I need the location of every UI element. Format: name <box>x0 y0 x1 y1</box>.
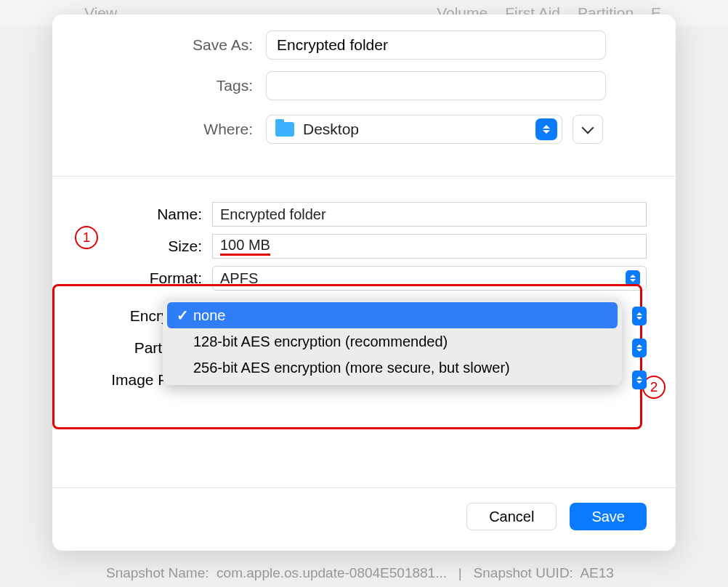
encryption-menu[interactable]: ✓ none 128-bit AES encryption (recommend… <box>163 298 622 385</box>
chevron-down-icon <box>582 121 594 134</box>
name-input[interactable]: Encrypted folder <box>212 202 647 227</box>
select-stepper-icon <box>632 371 647 389</box>
select-stepper-icon <box>535 118 557 140</box>
save-as-label: Save As: <box>96 36 266 54</box>
format-label: Format: <box>81 270 212 287</box>
menu-item-256aes[interactable]: 256-bit AES encryption (more secure, but… <box>167 355 618 381</box>
save-button[interactable]: Save <box>570 503 647 530</box>
folder-icon <box>275 122 294 137</box>
name-label: Name: <box>81 206 212 223</box>
where-select[interactable]: Desktop <box>266 115 562 144</box>
cancel-button[interactable]: Cancel <box>466 503 557 530</box>
expand-button[interactable] <box>573 115 603 144</box>
annotation-1: 1 <box>75 226 98 249</box>
tags-input[interactable] <box>266 71 606 100</box>
format-select[interactable]: APFS <box>212 266 647 291</box>
tags-label: Tags: <box>96 77 266 94</box>
save-as-input[interactable]: Encrypted folder <box>266 31 606 60</box>
size-label: Size: <box>81 238 212 255</box>
select-stepper-icon <box>632 307 647 325</box>
checkmark-icon: ✓ <box>174 307 190 324</box>
select-stepper-icon <box>626 270 640 286</box>
background-snapshot-bar: Snapshot Name: com.apple.os.update-0804E… <box>106 565 728 581</box>
size-input[interactable]: 100 MB <box>212 234 647 259</box>
where-label: Where: <box>96 121 266 138</box>
save-dialog: Save As: Encrypted folder Tags: Where: D… <box>52 15 676 551</box>
menu-item-none[interactable]: ✓ none <box>167 302 618 328</box>
select-stepper-icon <box>632 339 647 357</box>
menu-item-128aes[interactable]: 128-bit AES encryption (recommended) <box>167 328 618 355</box>
where-value: Desktop <box>303 121 359 138</box>
